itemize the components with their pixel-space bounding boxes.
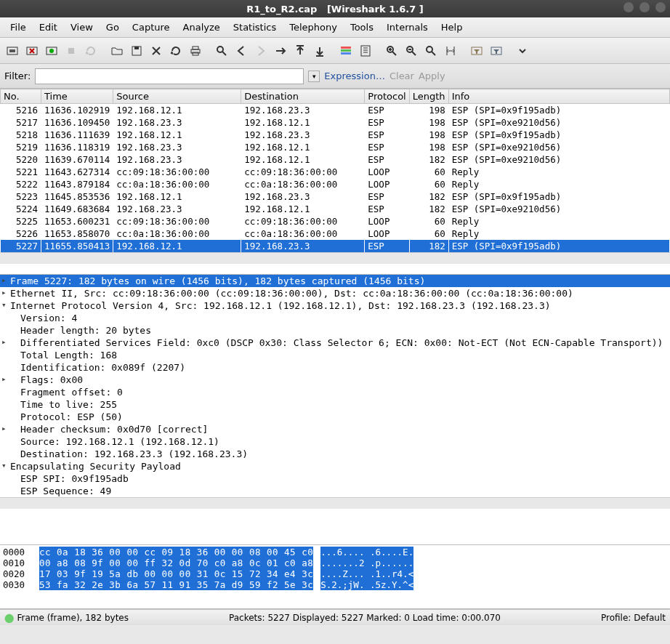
titlebar: R1_to_R2.cap [Wireshark 1.6.7 ] — [0, 0, 670, 17]
filter-apply-button: Apply — [419, 71, 445, 81]
hex-line[interactable]: 002017 03 9f 19 5a db 00 00 00 31 0c 15 … — [3, 568, 667, 579]
minimize-button[interactable] — [623, 2, 634, 12]
status-ready-icon: ⬤ — [4, 613, 14, 623]
table-row[interactable]: 522011639.670114192.168.23.3192.168.12.1… — [1, 153, 670, 166]
status-left: Frame (frame), 182 bytes — [17, 613, 129, 623]
col-info[interactable]: Info — [448, 89, 669, 104]
interfaces-icon[interactable] — [3, 41, 22, 60]
detail-esp[interactable]: Encapsulating Security Payload — [0, 460, 670, 472]
capture-options-icon[interactable] — [23, 41, 41, 60]
hex-view[interactable]: 0000cc 0a 18 36 00 00 cc 09 18 36 00 00 … — [0, 545, 670, 609]
print-icon[interactable] — [186, 41, 205, 60]
filter-expression-button[interactable]: Expression… — [324, 71, 385, 81]
svg-rect-14 — [341, 52, 351, 55]
packet-list-scrollbar[interactable] — [0, 252, 670, 264]
table-row[interactable]: 522711655.850413192.168.12.1192.168.23.3… — [1, 240, 670, 252]
packet-list-header[interactable]: No. Time Source Destination Protocol Len… — [1, 89, 670, 104]
reload-icon[interactable] — [166, 41, 185, 60]
open-icon[interactable] — [108, 41, 126, 60]
menu-view[interactable]: View — [65, 20, 99, 34]
zoom-100-icon[interactable] — [421, 41, 440, 60]
hex-line[interactable]: 003053 fa 32 2e 3b 6a 57 11 91 35 7a d9 … — [3, 579, 667, 590]
menu-help[interactable]: Help — [435, 20, 469, 34]
menu-statistics[interactable]: Statistics — [227, 20, 282, 34]
detail-ip-field[interactable]: Fragment offset: 0 — [0, 386, 670, 398]
svg-rect-5 — [68, 48, 74, 54]
detail-ip-field[interactable]: Header checksum: 0x0d70 [correct] — [0, 423, 670, 435]
close-icon[interactable] — [147, 41, 166, 60]
table-row[interactable]: 521811636.111639192.168.12.1192.168.23.3… — [1, 129, 670, 141]
detail-ip-field[interactable]: Source: 192.168.12.1 (192.168.12.1) — [0, 435, 670, 448]
detail-ip-field[interactable]: Identification: 0x089f (2207) — [0, 361, 670, 374]
col-time[interactable]: Time — [41, 89, 113, 104]
packet-list[interactable]: No. Time Source Destination Protocol Len… — [0, 89, 670, 275]
colorize-icon[interactable] — [336, 41, 355, 60]
detail-ethernet[interactable]: Ethernet II, Src: cc:09:18:36:00:00 (cc:… — [0, 287, 670, 299]
filter-dropdown-icon[interactable]: ▾ — [308, 71, 320, 82]
detail-ip-field[interactable]: Flags: 0x00 — [0, 374, 670, 386]
svg-point-4 — [49, 49, 54, 53]
details-scrollbar[interactable] — [0, 497, 670, 509]
autoscroll-icon[interactable] — [356, 41, 375, 60]
table-row[interactable]: 522211643.879184cc:0a:18:36:00:00cc:0a:1… — [1, 178, 670, 190]
capture-start-icon[interactable] — [42, 41, 61, 60]
resize-columns-icon[interactable] — [441, 41, 460, 60]
detail-frame[interactable]: Frame 5227: 182 bytes on wire (1456 bits… — [0, 275, 670, 287]
table-row[interactable]: 521711636.109450192.168.23.3192.168.12.1… — [1, 116, 670, 129]
menu-telephony[interactable]: Telephony — [283, 20, 343, 34]
menu-tools[interactable]: Tools — [344, 20, 379, 34]
col-source[interactable]: Source — [113, 89, 241, 104]
toolbar-overflow-icon[interactable] — [513, 41, 532, 60]
detail-ip[interactable]: Internet Protocol Version 4, Src: 192.16… — [0, 299, 670, 312]
col-no[interactable]: No. — [1, 89, 41, 104]
go-to-icon[interactable] — [271, 41, 290, 60]
detail-ip-field[interactable]: Header length: 20 bytes — [0, 324, 670, 337]
table-row[interactable]: 522111643.627314cc:09:18:36:00:00cc:09:1… — [1, 166, 670, 178]
table-row[interactable]: 521611636.102919192.168.12.1192.168.23.3… — [1, 104, 670, 117]
table-row[interactable]: 522611653.858070cc:0a:18:36:00:00cc:0a:1… — [1, 228, 670, 240]
go-back-icon[interactable] — [232, 41, 251, 60]
go-forward-icon — [251, 41, 270, 60]
detail-ip-field[interactable]: Total Length: 168 — [0, 349, 670, 361]
svg-rect-1 — [9, 49, 15, 52]
svg-rect-13 — [341, 49, 351, 52]
go-first-icon[interactable] — [291, 41, 310, 60]
filter-input[interactable] — [35, 68, 304, 84]
detail-ip-field[interactable]: Destination: 192.168.23.3 (192.168.23.3) — [0, 448, 670, 460]
menu-internals[interactable]: Internals — [381, 20, 434, 34]
hex-line[interactable]: 001000 a8 08 9f 00 00 ff 32 0d 70 c0 a8 … — [3, 558, 667, 568]
menu-go[interactable]: Go — [100, 20, 125, 34]
filter-label: Filter: — [4, 71, 31, 81]
table-row[interactable]: 522411649.683684192.168.23.3192.168.12.1… — [1, 203, 670, 215]
col-protocol[interactable]: Protocol — [365, 89, 409, 104]
save-icon[interactable] — [127, 41, 146, 60]
maximize-button[interactable] — [639, 2, 650, 12]
capture-filter-icon[interactable] — [467, 41, 486, 60]
status-mid: Packets: 5227 Displayed: 5227 Marked: 0 … — [229, 613, 501, 623]
detail-ip-field[interactable]: Version: 4 — [0, 312, 670, 324]
svg-point-18 — [427, 47, 432, 52]
capture-restart-icon — [81, 41, 100, 60]
col-destination[interactable]: Destination — [241, 89, 365, 104]
go-last-icon[interactable] — [310, 41, 329, 60]
detail-esp-field[interactable]: ESP Sequence: 49 — [0, 485, 670, 497]
detail-ip-field[interactable]: Differentiated Services Field: 0xc0 (DSC… — [0, 337, 670, 349]
zoom-in-icon[interactable] — [382, 41, 401, 60]
detail-esp-field[interactable]: ESP SPI: 0x9f195adb — [0, 472, 670, 485]
display-filter-icon[interactable] — [487, 41, 506, 60]
zoom-out-icon[interactable] — [402, 41, 421, 60]
find-icon[interactable] — [212, 41, 231, 60]
table-row[interactable]: 521911636.118319192.168.23.3192.168.12.1… — [1, 141, 670, 153]
menu-file[interactable]: File — [4, 20, 32, 34]
menu-capture[interactable]: Capture — [126, 20, 176, 34]
hex-line[interactable]: 0000cc 0a 18 36 00 00 cc 09 18 36 00 00 … — [3, 547, 667, 558]
close-button[interactable] — [655, 2, 666, 12]
detail-ip-field[interactable]: Time to live: 255 — [0, 398, 670, 411]
menu-edit[interactable]: Edit — [33, 20, 63, 34]
col-length[interactable]: Length — [409, 89, 448, 104]
packet-details[interactable]: Frame 5227: 182 bytes on wire (1456 bits… — [0, 275, 670, 545]
detail-ip-field[interactable]: Protocol: ESP (50) — [0, 411, 670, 423]
menu-analyze[interactable]: Analyze — [177, 20, 226, 34]
table-row[interactable]: 522511653.600231cc:09:18:36:00:00cc:09:1… — [1, 215, 670, 228]
table-row[interactable]: 522311645.853536192.168.12.1192.168.23.3… — [1, 190, 670, 203]
